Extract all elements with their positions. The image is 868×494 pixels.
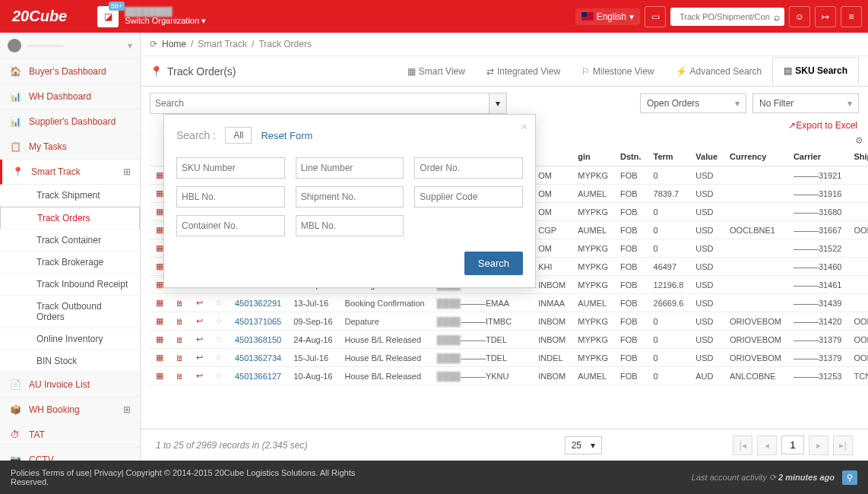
search-icon[interactable]: ⌕ (774, 11, 780, 23)
field-mbl-no-[interactable] (296, 215, 404, 236)
sub-item-bin-stock[interactable]: BIN Stock (0, 350, 140, 372)
row-doc-icon[interactable]: 🗎 (169, 349, 190, 367)
row-menu-icon[interactable]: ▦ (150, 331, 169, 349)
row-chat-icon[interactable]: ↩ (190, 367, 209, 385)
col-shipment-[interactable]: Shipment# (847, 147, 868, 166)
language-selector[interactable]: English▾ (575, 8, 640, 25)
col-term[interactable]: Term (648, 147, 690, 166)
sidebar-item-smart-track[interactable]: 📍Smart Track⊞ (0, 160, 140, 185)
tab-milestone-view[interactable]: ⚐Milestone View (571, 57, 664, 85)
field-container-no-[interactable] (176, 215, 285, 236)
col-gin[interactable]: gin (572, 147, 614, 166)
logout-icon[interactable]: ↦ (815, 6, 836, 27)
order-number[interactable]: 4501368150 (229, 331, 287, 349)
col-carrier[interactable]: Carrier (787, 147, 848, 166)
order-number[interactable]: 4501366127 (229, 367, 287, 385)
sub-item-track-container[interactable]: Track Container (0, 230, 140, 252)
field-shipment-no-[interactable] (296, 186, 404, 207)
gear-icon[interactable]: ⚙ (855, 135, 863, 146)
pager-current[interactable] (781, 435, 804, 454)
sub-item-online-inventory[interactable]: Online Inventory (0, 328, 140, 350)
order-number[interactable]: 4501371065 (229, 312, 287, 331)
bc-home[interactable]: Home (162, 39, 186, 49)
sidebar-item-supplier-s-dashboard[interactable]: 📊Supplier's Dashboard (0, 109, 140, 135)
sidebar-item-buyer-s-dashboard[interactable]: 🏠Buyer's Dashboard (0, 59, 140, 84)
pager-next[interactable]: ▸ (809, 435, 828, 455)
row-chat-icon[interactable]: ↩ (190, 294, 209, 312)
sub-item-track-orders[interactable]: Track Orders (0, 207, 140, 230)
close-icon[interactable]: × (521, 121, 527, 133)
sub-item-track-brokerage[interactable]: Track Brokerage (0, 252, 140, 274)
field-line-number[interactable] (296, 157, 404, 179)
row-doc-icon[interactable]: 🗎 (169, 331, 190, 349)
support-icon[interactable]: ☺ (789, 6, 810, 27)
col-currency[interactable]: Currency (724, 147, 787, 166)
row-chat-icon[interactable]: ↩ (190, 349, 209, 367)
chain-icon[interactable]: ⚲ (842, 470, 857, 485)
field-supplier-code[interactable] (414, 186, 523, 207)
row-star-icon[interactable]: ☆ (209, 331, 229, 349)
row-star-icon[interactable]: ☆ (209, 294, 229, 312)
sidebar-item-tat[interactable]: ⏱TAT (0, 423, 140, 448)
field-sku-number[interactable] (176, 157, 285, 179)
org-switcher[interactable]: ◪ 56+ ████████ Switch Organization ▾ (97, 6, 206, 27)
global-search-input[interactable] (675, 8, 774, 26)
field-order-no-[interactable] (414, 157, 523, 179)
reset-form-link[interactable]: Reset Form (261, 130, 312, 141)
tab-integrated-view[interactable]: ⇄Integrated View (476, 57, 571, 85)
tab-advanced-search[interactable]: ⚡Advanced Search (665, 57, 773, 85)
col-value[interactable]: Value (689, 147, 724, 166)
search-button[interactable]: Search (464, 252, 523, 275)
row-star-icon[interactable]: ☆ (209, 312, 229, 331)
export-excel-link[interactable]: ↗Export to Excel (788, 120, 857, 131)
filter-search-dropdown[interactable]: ▾ (489, 93, 507, 114)
row-star-icon[interactable]: ☆ (209, 367, 229, 385)
menu-icon: 📦 (9, 404, 21, 415)
sidebar-item-my-tasks[interactable]: 📋My Tasks (0, 135, 140, 160)
col-dstn-[interactable]: Dstn. (614, 147, 648, 166)
row-doc-icon[interactable]: 🗎 (169, 367, 190, 385)
order-number[interactable]: 4501362291 (229, 294, 287, 312)
row-chat-icon[interactable]: ↩ (190, 312, 209, 331)
sub-item-track-outbound-orders[interactable]: Track Outbound Orders (0, 296, 140, 328)
expand-icon: ⊞ (123, 404, 131, 415)
menu-icon[interactable]: ≡ (841, 6, 862, 27)
tab-sku-search[interactable]: ▤SKU Search (772, 57, 859, 85)
row-menu-icon[interactable]: ▦ (150, 367, 169, 385)
pager-first[interactable]: |◂ (733, 435, 752, 455)
row-menu-icon[interactable]: ▦ (150, 349, 169, 367)
sidebar-item-au-invoice-list[interactable]: 📄AU Invoice List (0, 372, 140, 397)
no-filter-select[interactable]: No Filter▾ (752, 93, 859, 113)
tab-smart-view[interactable]: ▦Smart View (397, 57, 476, 85)
global-search[interactable]: ⌕ (670, 8, 784, 26)
search-all-button[interactable]: All (225, 127, 252, 144)
menu-icon: 📋 (9, 141, 21, 152)
breadcrumb: ⟳ Home / Smart Track / Track Orders (141, 33, 868, 56)
sidebar-item-wh-dashboard[interactable]: 📊WH Dashboard (0, 84, 140, 109)
row-star-icon[interactable]: ☆ (209, 349, 229, 367)
sub-item-track-inbound-receipt[interactable]: Track Inbound Receipt (0, 274, 140, 296)
switch-org-link[interactable]: Switch Organization ▾ (125, 16, 206, 26)
filter-search[interactable]: ▾ (150, 93, 507, 114)
sub-item-track-shipment[interactable]: Track Shipment (0, 185, 140, 207)
row-menu-icon[interactable]: ▦ (150, 312, 169, 331)
filter-search-input[interactable] (150, 93, 489, 114)
sidebar-item-cctv[interactable]: 📷CCTV (0, 448, 140, 461)
card-icon[interactable]: ▭ (645, 6, 666, 27)
open-orders-select[interactable]: Open Orders▾ (640, 93, 746, 113)
sidebar-item-wh-booking[interactable]: 📦WH Booking⊞ (0, 397, 140, 423)
pager-prev[interactable]: ◂ (757, 435, 777, 455)
bc-smart-track[interactable]: Smart Track (198, 39, 247, 49)
row-doc-icon[interactable]: 🗎 (169, 312, 190, 331)
row-chat-icon[interactable]: ↩ (190, 331, 209, 349)
page-size-select[interactable]: 25▾ (565, 436, 602, 454)
order-number[interactable]: 4501362734 (229, 349, 287, 367)
pager-last[interactable]: ▸| (833, 435, 853, 455)
field-hbl-no-[interactable] (176, 186, 285, 207)
sidebar: ———— ▾ 🏠Buyer's Dashboard📊WH Dashboard📊S… (0, 33, 141, 461)
user-row[interactable]: ———— ▾ (0, 33, 140, 59)
top-header: 20Cube ◪ 56+ ████████ Switch Organizatio… (0, 0, 868, 33)
menu-icon: 🏠 (9, 66, 21, 77)
row-doc-icon[interactable]: 🗎 (169, 294, 190, 312)
row-menu-icon[interactable]: ▦ (150, 294, 169, 312)
